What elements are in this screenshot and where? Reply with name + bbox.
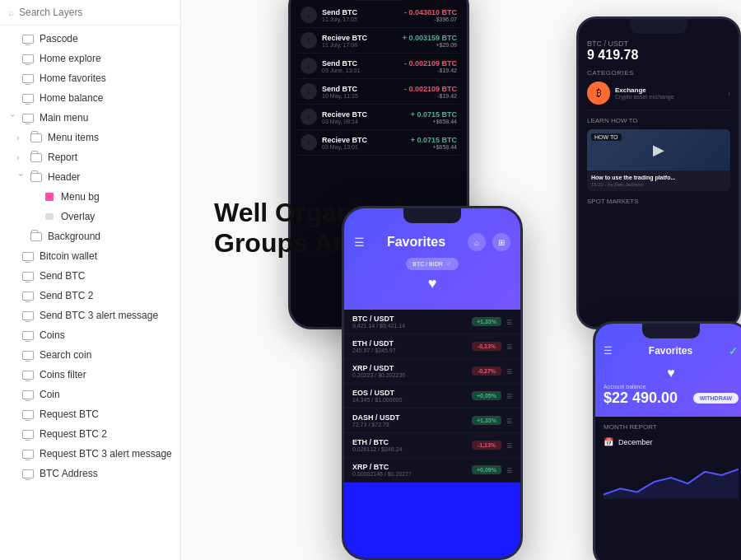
expand-arrow-main-menu: ›	[8, 114, 17, 122]
fav-change-badge: +1,33%	[472, 317, 501, 326]
btc-info: Send BTC 03 June, 13:01	[322, 59, 399, 73]
layer-item-home-balance[interactable]: Home balance	[0, 88, 180, 108]
btc-transaction-row: ↑ Recieve BTC 11 July, 17:06 + 0.003159 …	[297, 28, 460, 54]
btc-tx-date: 03 May, 13:01	[322, 144, 406, 150]
category-exchange: ₿ Exchange Crypto asset exchange ›	[587, 77, 730, 110]
expand-arrow-report: ›	[16, 153, 25, 162]
video-label: HOW TO	[591, 133, 622, 141]
btc-arrow-icon: ↑	[301, 32, 317, 49]
layer-item-coins-filter[interactable]: Coins filter	[0, 365, 180, 385]
phone3: BTC / USDT 9 419.78 CATEGORIES ₿ Exchang…	[576, 16, 741, 329]
layer-label-btc-address: BTC Address	[40, 468, 172, 479]
fav-coin-row[interactable]: XRP / USDT 0.20223 / $0.202230 -0,27% ≡	[344, 359, 520, 384]
fav-menu-icon: ≡	[506, 440, 512, 451]
fav-screen: ☰ Favorites ⌕ ⊞ BTC / BIDR ✓ ♥	[344, 208, 520, 558]
search-icon: ⌕	[8, 7, 14, 18]
exchange-name: Exchange	[615, 86, 723, 94]
fav-coin-row[interactable]: ETH / USDT 245.97 / $245.97 -0,13% ≡	[344, 334, 520, 359]
fav-coin-pair: ETH / BTC	[352, 438, 467, 446]
fav-coin-row[interactable]: EOS / USDT 14,345 / $1.000000 +0,05% ≡	[344, 384, 520, 408]
layer-item-request-btc-2[interactable]: Request BTC 2	[0, 424, 180, 444]
layer-item-report[interactable]: ›Report	[0, 147, 180, 167]
video-card[interactable]: HOW TO ▶ How to use the trading platfo..…	[587, 129, 730, 191]
layer-item-main-menu[interactable]: ›Main menu	[0, 108, 180, 128]
btc-transaction-row: ↓ Send BTC 11 July, 17:05 - 0.043010 BTC…	[297, 2, 460, 28]
fav-coin-price: 0.20223 / $0.202230	[352, 372, 467, 378]
fav-tabs: BTC / BIDR ✓	[354, 258, 510, 270]
phone-container: ↓ Send BTC 11 July, 17:05 - 0.043010 BTC…	[181, 0, 741, 560]
layer-item-bitcoin-wallet[interactable]: Bitcoin wallet	[0, 246, 180, 266]
menu-icon: ☰	[354, 236, 365, 249]
layer-item-coins[interactable]: Coins	[0, 325, 180, 345]
fav-coin-info: EOS / USDT 14,345 / $1.000000	[352, 389, 467, 403]
withdraw-button[interactable]: WITHDRAW	[693, 393, 739, 404]
btc-info: Recieve BTC 03 May, 08:14	[322, 110, 406, 124]
layer-label-request-btc-2: Request BTC 2	[40, 428, 172, 440]
btc-transaction-row: ↓ Send BTC 03 June, 13:01 - 0.002109 BTC…	[297, 54, 460, 79]
monitor-icon-home-balance	[21, 91, 35, 105]
monitor-icon-home-explore	[21, 52, 35, 65]
fav-heart-icon: ♥	[354, 275, 510, 292]
layer-item-request-btc-3[interactable]: Request BTC 3 alert message	[0, 444, 180, 464]
btc-amount-val: - 0.002109 BTC	[404, 59, 457, 68]
layer-item-home-explore[interactable]: Home explore	[0, 49, 180, 68]
fav-change-badge: -0,13%	[472, 342, 501, 351]
layer-item-coin[interactable]: Coin	[0, 385, 180, 404]
layer-item-menu-bg[interactable]: Menu bg	[0, 187, 180, 207]
rect-grey-icon-overlay	[43, 210, 56, 223]
layers-list: PascodeHome exploreHome favoritesHome ba…	[0, 26, 180, 560]
fav-coin-pair: DASH / USDT	[352, 413, 467, 422]
btc-tx-type: Send BTC	[322, 8, 399, 16]
layer-item-home-favorites[interactable]: Home favorites	[0, 68, 180, 88]
layer-item-menu-items[interactable]: ›Menu items	[0, 128, 180, 147]
layer-item-send-btc-3[interactable]: Send BTC 3 alert message	[0, 306, 180, 325]
btc-amount: - 0.002109 BTC -$19.42	[404, 85, 457, 99]
layer-item-background[interactable]: Background	[0, 226, 180, 246]
layer-label-request-btc-3: Request BTC 3 alert message	[40, 448, 172, 460]
qr-icon[interactable]: ⊞	[492, 233, 510, 251]
monitor-icon-send-btc-3	[21, 309, 35, 322]
search-icon-fav[interactable]: ⌕	[468, 233, 486, 251]
layer-item-overlay[interactable]: Overlay	[0, 207, 180, 226]
fav-coin-row[interactable]: ETH / BTC 0.026112 / $246.24 -1,13% ≡	[344, 433, 520, 458]
fav-coin-row[interactable]: XRP / BTC 0.00002146 / $0.20277 +0,09% ≡	[344, 458, 520, 483]
layer-label-overlay: Overlay	[61, 211, 172, 222]
layer-item-search-coin[interactable]: Search coin	[0, 345, 180, 365]
btc-tx-date: 11 July, 17:06	[322, 42, 398, 48]
btc-info: Recieve BTC 03 May, 13:01	[322, 136, 406, 150]
search-bar[interactable]: ⌕	[0, 0, 180, 26]
layer-item-send-btc[interactable]: Send BTC	[0, 266, 180, 286]
search-layers-input[interactable]	[19, 7, 172, 18]
btc-transaction-row: ↑ Recieve BTC 03 May, 08:14 + 0.0715 BTC…	[297, 105, 460, 130]
btc-amount-usd: -$19.42	[404, 68, 457, 73]
phone2: ☰ Favorites ⌕ ⊞ BTC / BIDR ✓ ♥	[342, 206, 523, 560]
btc-amount-usd: +$658.44	[411, 119, 457, 124]
fav-menu-icon: ≡	[506, 415, 512, 427]
layer-item-pascode[interactable]: Pascode	[0, 29, 180, 49]
fav-coin-row[interactable]: DASH / USDT 72,73 / $72.73 +1,33% ≡	[344, 408, 520, 433]
btc-info: Send BTC 11 July, 17:05	[322, 8, 399, 22]
btc-arrow-icon: ↓	[301, 7, 317, 23]
layer-item-header[interactable]: ›Header	[0, 167, 180, 187]
layer-item-request-btc[interactable]: Request BTC	[0, 404, 180, 424]
fav-menu-icon: ≡	[506, 366, 512, 377]
btc-amount-val: + 0.0715 BTC	[411, 136, 457, 144]
fav-coin-tab[interactable]: BTC / BIDR	[412, 261, 443, 267]
phone4-notch	[642, 324, 700, 338]
fav-coin-info: XRP / USDT 0.20223 / $0.202230	[352, 364, 467, 378]
folder-icon-header	[30, 170, 43, 184]
fav-coin-pair: XRP / USDT	[352, 364, 467, 372]
video-author: by Den Jackson	[608, 182, 643, 187]
monitor-icon-request-btc-3	[21, 447, 35, 460]
fav-coin-info: DASH / USDT 72,73 / $72.73	[352, 413, 467, 427]
fav-coin-info: ETH / BTC 0.026112 / $246.24	[352, 438, 467, 452]
layer-item-btc-address[interactable]: BTC Address	[0, 464, 180, 483]
monitor-icon-home-favorites	[21, 72, 35, 85]
layer-label-menu-items: Menu items	[48, 132, 172, 143]
layer-label-bitcoin-wallet: Bitcoin wallet	[40, 250, 172, 262]
layer-label-coin: Coin	[40, 389, 172, 400]
btc-info: Send BTC 10 May, 11:15	[322, 85, 399, 99]
exchange-chevron: ›	[728, 89, 730, 98]
fav-coin-row[interactable]: BTC / USDT 9,421.14 / $9,421.14 +1,33% ≡	[344, 310, 520, 334]
layer-item-send-btc-2[interactable]: Send BTC 2	[0, 286, 180, 306]
